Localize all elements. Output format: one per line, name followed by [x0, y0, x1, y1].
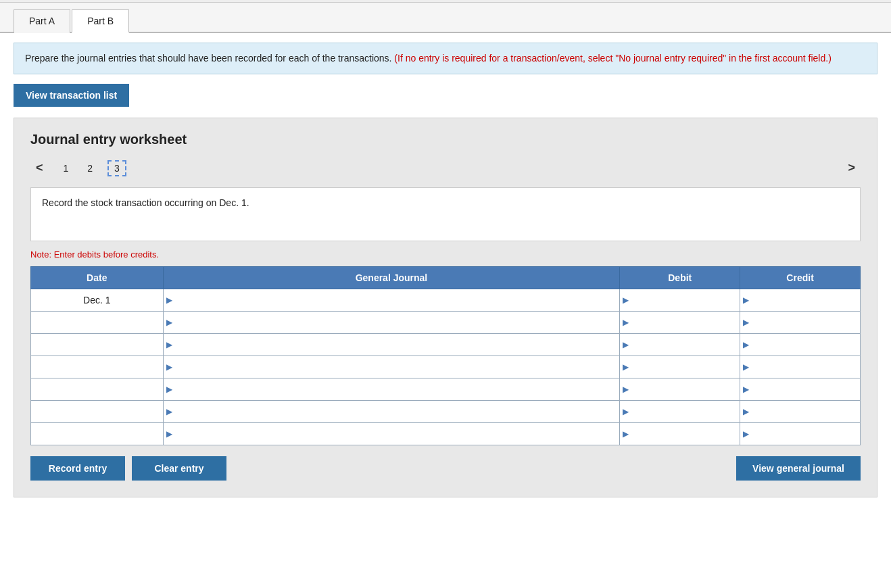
- info-text-red: (If no entry is required for a transacti…: [391, 53, 831, 64]
- view-btn-row: View transaction list: [14, 84, 877, 107]
- date-cell-1: Dec. 1: [31, 289, 164, 312]
- credit-arrow-7: ▶: [740, 429, 752, 439]
- col-header-debit: Debit: [620, 267, 740, 289]
- gj-input-7[interactable]: [175, 423, 620, 445]
- info-text-black: Prepare the journal entries that should …: [25, 53, 391, 64]
- nav-prev-arrow[interactable]: <: [30, 158, 49, 178]
- debit-input-6[interactable]: [631, 401, 740, 422]
- date-cell-6: [31, 401, 164, 423]
- credit-input-6[interactable]: [752, 401, 860, 422]
- note-text: Note: Enter debits before credits.: [30, 249, 861, 260]
- credit-cell-1[interactable]: ▶: [740, 289, 861, 312]
- gj-input-5[interactable]: [175, 378, 620, 400]
- view-general-journal-button[interactable]: View general journal: [736, 456, 861, 481]
- debit-arrow-1: ▶: [620, 295, 631, 305]
- journal-entry-worksheet: Journal entry worksheet < 1 2 3 > Record…: [14, 118, 877, 497]
- row-arrow-4: ▶: [164, 362, 175, 372]
- gj-cell-5[interactable]: ▶: [163, 378, 620, 401]
- credit-input-5[interactable]: [752, 378, 860, 400]
- credit-cell-6[interactable]: ▶: [740, 401, 861, 423]
- table-row: ▶ ▶ ▶: [31, 378, 861, 401]
- gj-cell-2[interactable]: ▶: [163, 312, 620, 334]
- view-transaction-button[interactable]: View transaction list: [14, 84, 129, 107]
- table-row: ▶ ▶ ▶: [31, 312, 861, 334]
- row-arrow-2: ▶: [164, 318, 175, 327]
- debit-input-5[interactable]: [631, 378, 740, 400]
- debit-cell-6[interactable]: ▶: [620, 401, 740, 423]
- debit-cell-5[interactable]: ▶: [620, 378, 740, 401]
- table-row: ▶ ▶ ▶: [31, 401, 861, 423]
- row-arrow-5: ▶: [164, 385, 175, 394]
- credit-input-3[interactable]: [752, 334, 860, 356]
- nav-item-2[interactable]: 2: [83, 162, 97, 175]
- debit-cell-1[interactable]: ▶: [620, 289, 740, 312]
- credit-cell-2[interactable]: ▶: [740, 312, 861, 334]
- row-arrow-7: ▶: [164, 429, 175, 439]
- debit-input-2[interactable]: [631, 312, 740, 333]
- credit-arrow-2: ▶: [740, 318, 752, 327]
- row-arrow-3: ▶: [164, 340, 175, 349]
- gj-input-4[interactable]: [175, 356, 620, 378]
- nav-item-3[interactable]: 3: [107, 160, 126, 176]
- date-cell-2: [31, 312, 164, 334]
- col-header-general-journal: General Journal: [163, 267, 620, 289]
- col-header-credit: Credit: [740, 267, 861, 289]
- worksheet-title: Journal entry worksheet: [30, 132, 861, 147]
- debit-input-7[interactable]: [631, 423, 740, 445]
- debit-arrow-7: ▶: [620, 429, 631, 439]
- credit-arrow-5: ▶: [740, 385, 752, 394]
- row-arrow-1: ▶: [164, 295, 175, 305]
- debit-arrow-5: ▶: [620, 385, 631, 394]
- tabs-row: Part A Part B: [0, 3, 891, 33]
- debit-arrow-4: ▶: [620, 362, 631, 372]
- credit-input-2[interactable]: [752, 312, 860, 333]
- debit-cell-3[interactable]: ▶: [620, 334, 740, 356]
- date-cell-7: [31, 423, 164, 445]
- credit-cell-7[interactable]: ▶: [740, 423, 861, 445]
- debit-cell-4[interactable]: ▶: [620, 356, 740, 378]
- table-row: Dec. 1 ▶ ▶ ▶: [31, 289, 861, 312]
- record-entry-button[interactable]: Record entry: [30, 456, 125, 481]
- gj-input-1[interactable]: [175, 289, 620, 311]
- credit-cell-3[interactable]: ▶: [740, 334, 861, 356]
- gj-cell-3[interactable]: ▶: [163, 334, 620, 356]
- gj-cell-7[interactable]: ▶: [163, 423, 620, 445]
- debit-input-1[interactable]: [631, 289, 740, 311]
- tab-part-b[interactable]: Part B: [72, 9, 129, 33]
- debit-arrow-2: ▶: [620, 318, 631, 327]
- info-box: Prepare the journal entries that should …: [14, 43, 877, 74]
- credit-arrow-4: ▶: [740, 362, 752, 372]
- col-header-date: Date: [31, 267, 164, 289]
- credit-cell-5[interactable]: ▶: [740, 378, 861, 401]
- journal-table: Date General Journal Debit Credit Dec. 1…: [30, 266, 861, 445]
- debit-cell-2[interactable]: ▶: [620, 312, 740, 334]
- gj-input-3[interactable]: [175, 334, 620, 356]
- date-cell-5: [31, 378, 164, 401]
- table-row: ▶ ▶ ▶: [31, 334, 861, 356]
- gj-input-6[interactable]: [175, 401, 620, 422]
- gj-cell-6[interactable]: ▶: [163, 401, 620, 423]
- table-row: ▶ ▶ ▶: [31, 356, 861, 378]
- credit-input-4[interactable]: [752, 356, 860, 378]
- table-row: ▶ ▶ ▶: [31, 423, 861, 445]
- description-box: Record the stock transaction occurring o…: [30, 187, 861, 241]
- gj-input-2[interactable]: [175, 312, 620, 333]
- tab-part-a[interactable]: Part A: [14, 9, 70, 33]
- debit-input-4[interactable]: [631, 356, 740, 378]
- gj-cell-1[interactable]: ▶: [163, 289, 620, 312]
- credit-cell-4[interactable]: ▶: [740, 356, 861, 378]
- buttons-row: Record entry Clear entry View general jo…: [30, 456, 861, 481]
- clear-entry-button[interactable]: Clear entry: [132, 456, 226, 481]
- debit-input-3[interactable]: [631, 334, 740, 356]
- nav-next-arrow[interactable]: >: [842, 158, 861, 178]
- credit-input-7[interactable]: [752, 423, 860, 445]
- nav-item-1[interactable]: 1: [59, 162, 73, 175]
- credit-arrow-3: ▶: [740, 340, 752, 349]
- debit-cell-7[interactable]: ▶: [620, 423, 740, 445]
- credit-arrow-6: ▶: [740, 407, 752, 416]
- credit-input-1[interactable]: [752, 289, 860, 311]
- date-cell-3: [31, 334, 164, 356]
- debit-arrow-3: ▶: [620, 340, 631, 349]
- description-text: Record the stock transaction occurring o…: [42, 197, 249, 208]
- gj-cell-4[interactable]: ▶: [163, 356, 620, 378]
